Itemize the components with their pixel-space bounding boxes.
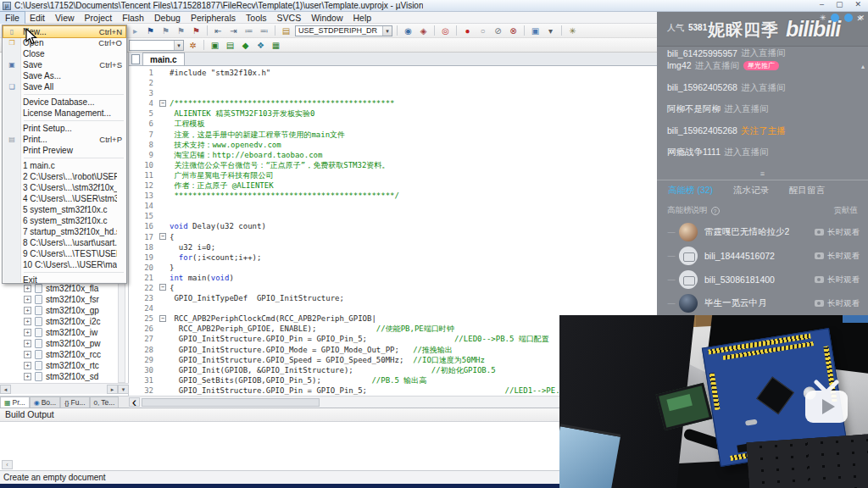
- menu-item-save-as[interactable]: Save As...: [3, 70, 125, 81]
- define-combo[interactable]: USE_STDPERIPH_DR▾: [295, 25, 392, 36]
- panel-tab-bo[interactable]: ◉Bo...: [30, 396, 60, 408]
- panel-tab-pr[interactable]: ▦Pr...: [0, 396, 30, 408]
- overlay-tab-rank[interactable]: 高能榜 (32): [668, 185, 713, 197]
- menu-item-open[interactable]: ❒OpenCtrl+O: [3, 37, 125, 48]
- menu-item-5-system-stm32f10x-c[interactable]: 5 system_stm32f10x.c: [3, 204, 125, 215]
- menu-item-1-main-c[interactable]: 1 main.c: [3, 160, 125, 171]
- menu-item-print-preview[interactable]: Print Preview: [3, 145, 125, 156]
- debug-session-icon[interactable]: ◎: [439, 25, 452, 37]
- overlay-close-icon[interactable]: ✕: [858, 14, 865, 22]
- options-wand-icon[interactable]: ✲: [186, 39, 199, 52]
- tree-item-stm32f10x_i2c[interactable]: +stm32f10x_i2c: [0, 316, 119, 327]
- panel-drag-handle[interactable]: ≡: [657, 169, 868, 180]
- settings-gear-icon[interactable]: ✳: [820, 14, 826, 22]
- tab-main-c[interactable]: main.c: [142, 53, 185, 65]
- expand-plus-icon[interactable]: +: [24, 329, 31, 336]
- menu-flash[interactable]: Flash: [117, 12, 149, 24]
- tree-item-stm32f10x_pw[interactable]: +stm32f10x_pw: [0, 338, 119, 349]
- menu-item-save-all[interactable]: ❏Save All: [3, 81, 125, 92]
- uncomment-icon[interactable]: ≕: [258, 25, 270, 37]
- scroll-left-icon[interactable]: ◂: [0, 385, 11, 394]
- menu-item-8-c-users-usart-usart-c[interactable]: 8 C:\Users\...\usart\usart.c: [3, 237, 125, 248]
- translate-icon[interactable]: ▣: [209, 39, 221, 52]
- bilibili-play-icon[interactable]: [802, 380, 851, 427]
- menu-window[interactable]: Window: [306, 12, 348, 24]
- menu-debug[interactable]: Debug: [149, 12, 186, 24]
- menu-item-10-c-users-user-main-c[interactable]: 10 C:\Users\...\USER\main.c: [3, 259, 125, 270]
- bookmark-next-icon[interactable]: ⚑: [175, 25, 187, 37]
- menu-item-2-c-users-robot-user-main-c[interactable]: 2 C:\Users\...\robot\USER\main.c: [3, 171, 125, 182]
- menu-item-license-management[interactable]: License Management...: [3, 108, 125, 119]
- tree-item-stm32f10x_fsr[interactable]: +stm32f10x_fsr: [0, 294, 119, 305]
- bookmark-prev-icon[interactable]: ⚑: [159, 25, 172, 37]
- overlay-tab-other[interactable]: 醒目留言: [789, 185, 825, 197]
- indent-icon[interactable]: ⇥: [227, 25, 240, 37]
- minimize-button[interactable]: –: [820, 0, 824, 8]
- fold-collapse-icon[interactable]: −: [159, 233, 166, 240]
- menu-item-3-c-users-stm32f10x-conf-h[interactable]: 3 C:\Users\...\stm32f10x_conf.h: [3, 182, 125, 193]
- menu-file[interactable]: File: [0, 12, 25, 24]
- chevron-down-icon[interactable]: ▾: [382, 26, 392, 36]
- menu-item-6-system-stm32f10x-c[interactable]: 6 system_stm32f10x.c: [3, 215, 125, 226]
- breakpoint-disable-icon[interactable]: ⊘: [492, 25, 504, 37]
- bookmark-toggle-icon[interactable]: ⚑: [144, 25, 157, 37]
- menu-tools[interactable]: Tools: [241, 12, 272, 24]
- expand-plus-icon[interactable]: +: [24, 340, 31, 347]
- breakpoint-killall-icon[interactable]: ⊗: [507, 25, 520, 37]
- skin-icon[interactable]: [831, 14, 839, 22]
- maximize-button[interactable]: ▢: [836, 0, 843, 8]
- layout-dropdown-icon[interactable]: ▾: [544, 25, 557, 37]
- tree-item-stm32f10x_iw[interactable]: +stm32f10x_iw: [0, 327, 119, 338]
- menu-item-close[interactable]: Close: [3, 48, 125, 59]
- chevron-down-icon[interactable]: ▾: [174, 41, 183, 50]
- breakpoint-insert-icon[interactable]: ●: [461, 25, 474, 37]
- menu-edit[interactable]: Edit: [25, 12, 50, 24]
- menu-item-9-c-users-test-user-main-c[interactable]: 9 C:\Users\...\TEST\USER\main.c: [3, 248, 125, 259]
- comment-icon[interactable]: ≔: [242, 25, 255, 37]
- menu-item-device-database[interactable]: Device Database...: [3, 97, 125, 108]
- project-tree-vscrollbar[interactable]: [118, 283, 125, 383]
- menu-item-4-c-users-user-stm32f10x-h[interactable]: 4 C:\Users\...\USER\stm32f10x.h: [3, 193, 125, 204]
- tree-item-stm32f10x_gp[interactable]: +stm32f10x_gp: [0, 305, 119, 316]
- project-tree-hscrollbar[interactable]: ◂ ▸ ▾: [0, 383, 129, 394]
- bookmark-clear-icon[interactable]: ⚑: [190, 25, 203, 37]
- menu-view[interactable]: View: [50, 12, 80, 24]
- panel-tab-fu[interactable]: {}Fu...: [60, 396, 89, 408]
- scroll-down-icon[interactable]: ▾: [118, 385, 129, 394]
- incremental-find-icon[interactable]: ◈: [417, 25, 430, 37]
- expand-plus-icon[interactable]: +: [24, 285, 31, 292]
- panel-tab-te[interactable]: 0,Te...: [90, 396, 120, 408]
- fold-collapse-icon[interactable]: −: [159, 100, 166, 107]
- menu-project[interactable]: Project: [80, 12, 118, 24]
- tree-item-stm32f10x_sd[interactable]: +stm32f10x_sd: [0, 371, 119, 382]
- download-icon[interactable]: ▦: [270, 39, 282, 52]
- manage-book-icon[interactable]: ▤: [280, 25, 292, 37]
- batch-build-icon[interactable]: ❖: [254, 39, 267, 52]
- fold-collapse-icon[interactable]: −: [159, 284, 166, 291]
- tree-item-stm32f10x_rcc[interactable]: +stm32f10x_rcc: [0, 349, 119, 360]
- nav-forward-icon[interactable]: ▸: [129, 25, 142, 37]
- chat-scroll-up-icon[interactable]: ▴: [861, 63, 865, 70]
- expand-plus-icon[interactable]: +: [24, 307, 31, 314]
- expand-plus-icon[interactable]: +: [24, 373, 31, 380]
- scroll-left-icon[interactable]: ‹: [2, 460, 13, 469]
- info-icon[interactable]: ?: [711, 207, 720, 215]
- build-icon[interactable]: ▤: [224, 39, 236, 52]
- menu-item-7-startup-stm32f10x-hd-s[interactable]: 7 startup_stm32f10x_hd.s: [3, 226, 125, 237]
- expand-plus-icon[interactable]: +: [24, 362, 31, 369]
- expand-plus-icon[interactable]: +: [24, 296, 31, 303]
- menu-item-print[interactable]: ▤Print...Ctrl+P: [3, 134, 125, 145]
- menu-item-new[interactable]: ▯New...Ctrl+N: [3, 26, 125, 37]
- close-button[interactable]: ✕: [854, 0, 861, 8]
- menu-item-exit[interactable]: Exit: [3, 274, 125, 286]
- find-in-files-icon[interactable]: ◉: [402, 25, 415, 37]
- expand-plus-icon[interactable]: +: [24, 318, 31, 325]
- menu-item-print-setup[interactable]: Print Setup...: [3, 123, 125, 134]
- overlay-tab-other[interactable]: 流水记录: [733, 185, 769, 197]
- scrollbar-thumb[interactable]: [142, 398, 320, 407]
- window-layout-icon[interactable]: ▣: [529, 25, 542, 37]
- menu-peripherals[interactable]: Peripherals: [186, 12, 241, 24]
- tree-item-stm32f10x_rtc[interactable]: +stm32f10x_rtc: [0, 360, 119, 371]
- configure-wrench-icon[interactable]: ✳: [566, 25, 579, 37]
- target-combo[interactable]: ▾: [129, 40, 184, 51]
